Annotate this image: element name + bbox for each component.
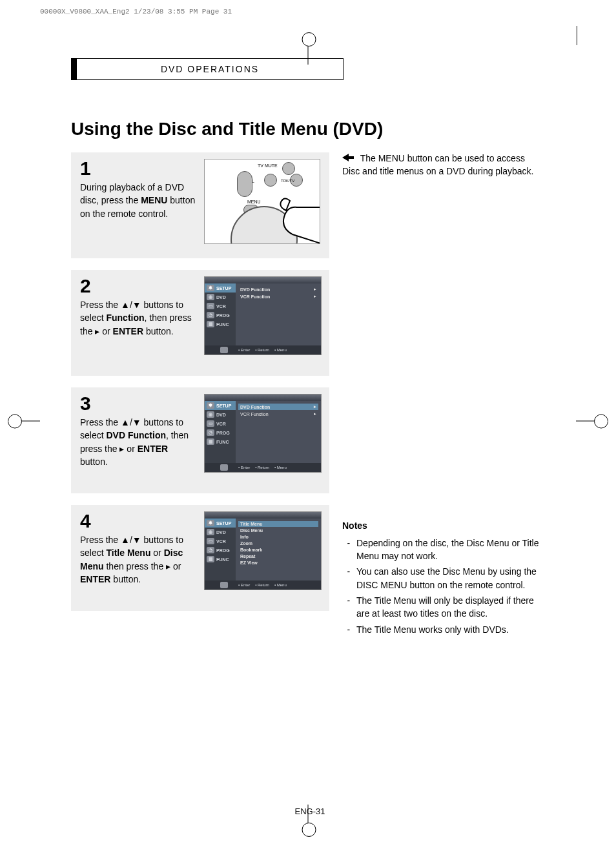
step-3-number: 3 — [80, 394, 196, 413]
osd-side-prog: ◔PROG — [205, 311, 236, 320]
osd4-row-bookmark: Bookmark — [238, 547, 318, 553]
osd-side-setup: ✱SETUP — [205, 283, 236, 293]
osd4-row-disc-menu: Disc Menu — [238, 528, 318, 533]
page-number: ENG-31 — [71, 806, 549, 816]
step-2-number: 2 — [80, 276, 196, 296]
osd-side-vcr: ▭VCR — [205, 302, 236, 311]
step-1-text-bold: MENU — [141, 195, 167, 205]
osd4-row-zoom: Zoom — [238, 540, 318, 546]
step-3: 3 Press the ▲/▼ buttons to select DVD Fu… — [71, 387, 329, 493]
step-2: 2 Press the ▲/▼ buttons to select Functi… — [71, 270, 329, 376]
print-slug: 00000X_V9800_XAA_Eng2 1/23/08 3:55 PM Pa… — [40, 8, 232, 15]
crop-mark-left — [14, 421, 40, 422]
note-item: The Title Menu works only with DVDs. — [353, 623, 542, 636]
osd-side-func: ▦FUNC — [205, 320, 236, 329]
note-item: Depending on the disc, the Disc Menu or … — [353, 537, 542, 563]
note-item: The Title Menu will only be displayed if… — [353, 594, 542, 621]
osd2-row-vcr-function: VCR Function — [238, 293, 318, 300]
crop-mark-right — [576, 421, 602, 422]
osd-screenshot-2: ✱SETUP ◉DVD ▭VCR ◔PROG ▦FUNC DVD Functio… — [204, 276, 322, 355]
notes-list: Depending on the disc, the Disc Menu or … — [342, 537, 542, 636]
osd-screenshot-4: ✱SETUP ◉DVD ▭VCR ◔PROG ▦FUNC Title Menu … — [204, 511, 322, 590]
section-header-box: DVD OPERATIONS — [71, 58, 344, 80]
hand-icon — [249, 188, 320, 244]
section-header-text: DVD OPERATIONS — [161, 64, 259, 74]
step-1-number: 1 — [80, 159, 196, 178]
crop-mark-top-right — [577, 26, 577, 45]
callout-block: The MENU button can be used to access Di… — [342, 152, 542, 178]
notes-title: Notes — [342, 520, 542, 533]
step-4: 4 Press the ▲/▼ buttons to select Title … — [71, 505, 329, 611]
page-title: Using the Disc and Title Menu (DVD) — [71, 119, 549, 139]
remote-illustration: TV MUTE TV VOL TRK/TV MENU — [204, 159, 320, 244]
osd3-row-vcr-function: VCR Function — [238, 411, 318, 417]
remote-label-tvmute: TV MUTE — [258, 163, 278, 168]
osd4-row-title-menu: Title Menu — [238, 521, 318, 527]
osd-side-dvd: ◉DVD — [205, 293, 236, 302]
osd4-row-info: Info — [238, 534, 318, 540]
osd4-row-ezview: EZ View — [238, 560, 318, 566]
left-arrow-icon — [342, 152, 354, 165]
osd2-row-dvd-function: DVD Function — [238, 286, 318, 293]
osd4-row-repeat: Repeat — [238, 553, 318, 559]
osd-screenshot-3: ✱SETUP ◉DVD ▭VCR ◔PROG ▦FUNC DVD Functio… — [204, 394, 322, 473]
step-4-number: 4 — [80, 511, 196, 531]
note-item: You can also use the Disc Menu by using … — [353, 565, 542, 591]
step-1: 1 During playback of a DVD disc, press t… — [71, 152, 329, 258]
callout-text: The MENU button can be used to access Di… — [342, 153, 533, 176]
osd3-row-dvd-function: DVD Function — [238, 404, 318, 410]
